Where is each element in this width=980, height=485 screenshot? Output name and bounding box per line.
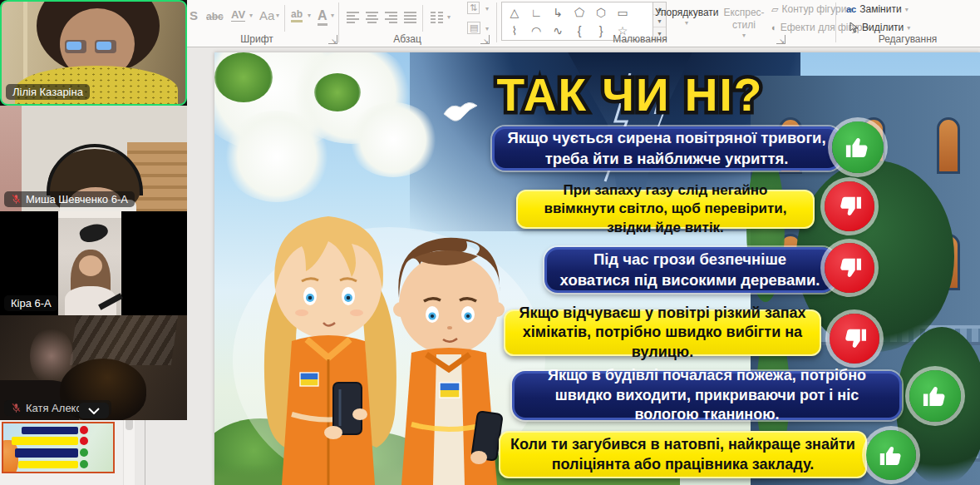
thumbnail-thumb-dot <box>80 460 88 468</box>
selected-slide-thumbnail[interactable] <box>2 422 115 473</box>
participant-video: Кіра 6-А <box>0 211 187 315</box>
select-button[interactable]: Виділити <box>849 22 910 33</box>
thumbs-up-icon[interactable] <box>832 121 884 173</box>
participant-video: Катя Алексеева <box>0 315 187 420</box>
participant-name-badge: Миша Шевченко 6-А <box>4 191 135 207</box>
participant-video-tile[interactable]: Лілія Казаріна <box>0 0 187 106</box>
text-shadow-button[interactable]: S <box>190 8 198 22</box>
change-case-button[interactable]: Aa <box>259 8 274 22</box>
statement-1[interactable]: Якщо чується сирена повітряної тривоги, … <box>492 126 841 171</box>
participant-video-tile[interactable]: Катя Алексеева <box>0 315 187 420</box>
glasses-art <box>95 40 116 53</box>
align-center-button[interactable] <box>366 11 380 23</box>
participant-video: Миша Шевченко 6-А <box>0 106 187 211</box>
participant-name-badge: Кіра 6-А <box>4 295 58 311</box>
leaves-art <box>214 52 273 102</box>
shape-outline-button[interactable]: ▱Контур фігури <box>771 3 853 15</box>
font-color-button[interactable]: A <box>318 8 327 26</box>
text-direction-button[interactable]: ⇅ <box>467 2 480 14</box>
statement-3[interactable]: Під час грози безпечніше ховатися під ви… <box>544 247 835 293</box>
justify-button[interactable] <box>404 11 418 23</box>
shape-angle-icon[interactable]: ∟ <box>525 3 547 22</box>
paragraph-dialog-launcher[interactable] <box>480 35 490 44</box>
replace-button[interactable]: асЗамінити <box>846 3 909 15</box>
mic-off-icon <box>11 403 22 413</box>
character-spacing-caret-icon <box>249 12 253 19</box>
shape-pentagon-icon[interactable]: ⬠ <box>569 3 590 22</box>
font-group-label: Шрифт <box>187 33 327 45</box>
thumbs-down-icon[interactable] <box>825 243 874 293</box>
thumbnail-statement-bar <box>22 427 78 434</box>
columns-button[interactable] <box>431 11 445 23</box>
participant-video-tile[interactable]: Миша Шевченко 6-А <box>0 106 187 211</box>
replace-icon: ас <box>846 4 856 14</box>
text-direction-caret-icon <box>485 5 489 12</box>
paragraph-group-label: Абзац <box>341 33 474 45</box>
thumbs-up-icon[interactable] <box>866 430 916 480</box>
statement-2[interactable]: При запаху газу слід негайно ввімкнути с… <box>516 190 815 229</box>
character-spacing-button[interactable]: AV <box>231 8 245 22</box>
thumbs-down-icon[interactable] <box>830 314 879 364</box>
svg-text:ТАК ЧИ НІ?: ТАК ЧИ НІ? <box>497 69 764 121</box>
slide-title[interactable]: ТАК ЧИ НІ? <box>464 61 796 129</box>
slide-canvas[interactable]: ТАК ЧИ НІ? Якщо чується сирена повітряно… <box>214 52 980 485</box>
collapse-participants-button[interactable] <box>79 403 109 418</box>
glasses-art <box>65 40 86 53</box>
thumbnail-thumb-dot <box>80 426 88 434</box>
select-cursor-icon <box>849 22 859 33</box>
participant-video-tile[interactable]: Кіра 6-А <box>0 211 187 315</box>
editing-group-label: Редагування <box>838 33 978 45</box>
leaves-art <box>314 73 361 111</box>
mic-off-icon <box>11 194 22 205</box>
font-dialog-launcher[interactable] <box>328 35 337 44</box>
thumbnail-statement-bar <box>12 437 78 445</box>
shape-bent-arrow-icon[interactable]: ↳ <box>547 3 569 22</box>
highlight-color-button[interactable]: ab <box>291 8 303 22</box>
columns-caret-icon <box>447 13 451 21</box>
align-right-button[interactable] <box>385 11 399 23</box>
meeting-participants-panel: Лілія Казаріна Миша Шевченко 6-А <box>0 0 187 420</box>
font-color-caret-icon <box>331 12 334 19</box>
participant-art <box>79 255 102 276</box>
statement-4[interactable]: Якщо відчуваєш у повітрі різкий запах хі… <box>504 309 821 356</box>
shape-rectangle-icon[interactable]: ▭ <box>612 3 633 22</box>
select-caret-icon <box>907 24 910 32</box>
thumbs-up-icon[interactable] <box>909 370 961 422</box>
shape-triangle-icon[interactable]: △ <box>504 3 525 22</box>
convert-smartart-button[interactable]: ▤ <box>467 22 480 34</box>
chevron-down-icon <box>88 408 100 414</box>
thumbnail-statement-bar <box>18 461 78 468</box>
arrange-caret-icon <box>655 19 718 27</box>
flag-art <box>70 315 178 365</box>
statement-5[interactable]: Якщо в будівлі почалася пожежа, потрібно… <box>512 371 902 420</box>
highlight-caret-icon <box>308 12 311 19</box>
change-case-caret-icon <box>276 12 279 19</box>
shape-effects-icon: ◐ <box>771 22 777 32</box>
strikethrough-button[interactable]: abc <box>206 11 224 22</box>
screen: S abc AV Aa ab A Шрифт ⇅ ▤ Абзац △ ∟ ↳ <box>0 0 980 485</box>
drawing-group-label: Малювання <box>499 33 781 45</box>
drawing-dialog-launcher[interactable] <box>776 35 785 44</box>
thumbnail-thumb-dot <box>80 448 88 457</box>
align-left-button[interactable] <box>347 11 361 23</box>
participant-art <box>58 211 121 218</box>
participant-name-badge: Лілія Казаріна <box>6 84 90 100</box>
thumbs-down-icon[interactable] <box>825 181 874 231</box>
statement-6[interactable]: Коли ти загубився в натовпі, найкраще зн… <box>499 431 867 478</box>
convert-smartart-caret-icon <box>485 25 489 32</box>
arrange-button[interactable]: Упорядкувати <box>655 7 718 27</box>
thumbnail-thumb-dot <box>80 437 88 445</box>
replace-caret-icon <box>905 6 909 13</box>
shape-hexagon-icon[interactable]: ⬡ <box>590 3 612 22</box>
thumbnail-statement-bar <box>15 448 78 458</box>
shape-outline-icon: ▱ <box>771 4 778 15</box>
active-speaker-video: Лілія Казаріна <box>0 0 187 106</box>
